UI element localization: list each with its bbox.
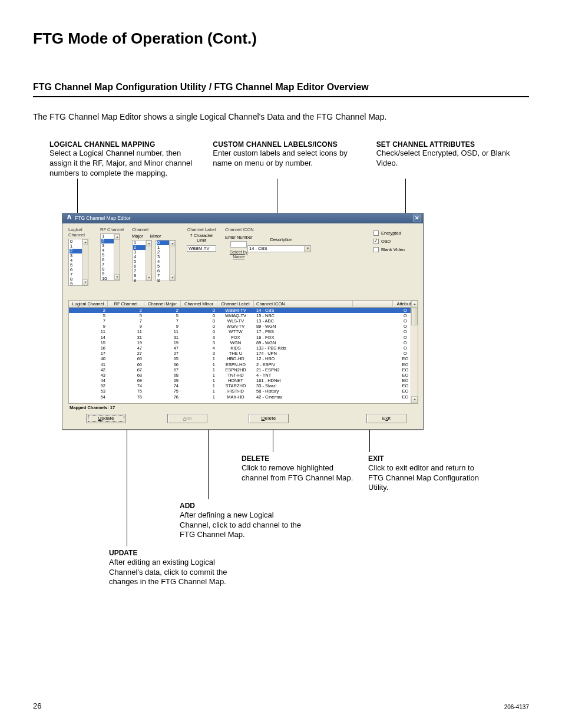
table-row[interactable]: 1431313FOX16 - FOXO [69, 335, 418, 340]
chevron-up-icon[interactable] [114, 234, 120, 240]
cell [353, 367, 393, 373]
table-row[interactable]: 4368681TNT-HD4 - TNTEO [69, 373, 418, 378]
column-header[interactable] [353, 301, 393, 308]
cell: 1 [181, 356, 217, 361]
table-row[interactable]: 5476761MAX-HD42 - CinemaxEO [69, 394, 418, 400]
cell: 33 - Starz! [254, 383, 353, 388]
osd-checkbox[interactable] [373, 239, 379, 244]
encrypted-checkbox[interactable] [373, 230, 379, 236]
cell: 1 [181, 373, 217, 378]
major-list[interactable]: 123456789 [132, 240, 152, 281]
cell: WMAQ-TV [217, 313, 254, 318]
cell: 31 [144, 335, 181, 340]
cell [353, 324, 393, 329]
document-number: 206-4137 [504, 704, 529, 710]
cell: 15 - NBC [254, 313, 353, 318]
table-row[interactable]: 4065651HBO-HD12 - HBOEO [69, 356, 418, 361]
chevron-down-icon[interactable] [114, 274, 120, 280]
column-header[interactable]: Logical Channel [69, 301, 108, 308]
callout-title: LOGICAL CHANNEL MAPPING [49, 140, 202, 149]
chevron-down-icon[interactable] [146, 275, 151, 281]
cell: 47 [144, 345, 181, 351]
chevron-down-icon[interactable] [411, 396, 418, 403]
cell: 52 [69, 383, 108, 388]
cell: 5 [144, 313, 181, 318]
cell: 27 [144, 351, 181, 356]
cell [353, 356, 393, 361]
cell: 11 [144, 329, 181, 334]
table-row[interactable]: 1727273THE U174 - UPNO [69, 351, 418, 356]
chevron-down-icon[interactable] [170, 275, 175, 281]
chevron-down-icon[interactable] [82, 279, 88, 285]
cell: 5 [69, 313, 108, 318]
cell: HISTHD [217, 388, 254, 394]
table-row[interactable]: 5375751HISTHD58 - HistoryEO [69, 388, 418, 394]
cell [353, 308, 393, 313]
cell: 11 [69, 329, 108, 334]
label-channel-icon: Channel ICON [225, 227, 254, 232]
table-row[interactable]: 5274741STARZHD33 - Starz!EO [69, 383, 418, 388]
chevron-up-icon[interactable] [82, 239, 88, 245]
cell: 17 [69, 351, 108, 356]
blank-video-checkbox[interactable] [373, 247, 379, 252]
mapped-channels-count: Mapped Channels: 17 [68, 404, 418, 414]
column-header[interactable]: Channel Major [144, 301, 181, 308]
cell: 19 [108, 340, 144, 345]
scrollbar[interactable] [146, 241, 151, 281]
cell: WGN [217, 340, 254, 345]
table-row[interactable]: 4469691HDNET161 - HDNetEO [69, 378, 418, 383]
cell: 4 - TNT [254, 373, 353, 378]
callout-body: Enter custom labels and select icons by … [213, 149, 365, 169]
table-row[interactable]: 7770WLS-TV13 - ABCO [69, 318, 418, 324]
table-row[interactable]: 4166661ESPN-HD2 - ESPNEO [69, 361, 418, 367]
minor-list[interactable]: 012345678 [156, 240, 176, 281]
cell: 174 - UPN [254, 351, 353, 356]
table-row[interactable]: 1111110WTTW17 - PBSO [69, 329, 418, 334]
cell: 9 [69, 324, 108, 329]
cell [353, 388, 393, 394]
column-header[interactable]: Channel ICON [254, 301, 353, 308]
scrollbar[interactable] [114, 234, 120, 280]
scrollbar[interactable] [82, 239, 88, 285]
callout-add: ADD After defining a new Logical Channel… [180, 502, 303, 540]
table-row[interactable]: 4267671ESPN2HD21 - ESPN2EO [69, 367, 418, 373]
cell: 5 [108, 313, 144, 318]
icon-description-dropdown[interactable]: 14 - CBS [247, 245, 311, 252]
column-header[interactable]: Channel Label [217, 301, 254, 308]
callout-body: Select a Logical Channel number, then as… [49, 149, 202, 179]
exit-button[interactable]: Exit [366, 414, 406, 423]
rf-channel-list[interactable]: 12345678910 [100, 233, 120, 281]
chevron-up-icon[interactable] [411, 301, 418, 308]
close-icon[interactable]: ✕ [413, 215, 421, 222]
column-header[interactable]: Channel Minor [181, 301, 217, 308]
chevron-up-icon[interactable] [146, 241, 151, 246]
update-button[interactable]: Update [86, 414, 126, 423]
table-row[interactable]: 5550WMAQ-TV15 - NBCO [69, 313, 418, 318]
scrollbar[interactable] [169, 241, 175, 281]
channel-label-input[interactable]: WBBM-TV [187, 245, 216, 252]
table-row[interactable]: 1647474KIDS133 - PBS KidsO [69, 345, 418, 351]
scrollbar-thumb[interactable] [411, 308, 418, 325]
table-row[interactable]: 9990WGN-TV89 - WGNO [69, 324, 418, 329]
table-row[interactable]: 1519193WGN89 - WGNO [69, 340, 418, 345]
cell: 3 [181, 340, 217, 345]
icon-number-input[interactable] [230, 241, 247, 248]
cell: 68 [144, 373, 181, 378]
cell: 21 - ESPN2 [254, 367, 353, 373]
column-header[interactable]: RF Channel [108, 301, 144, 308]
cell: THE U [217, 351, 254, 356]
titlebar[interactable]: FTG Channel Map Editor ✕ [62, 213, 423, 223]
delete-button[interactable]: Delete [249, 414, 289, 423]
add-button[interactable]: Add [167, 414, 207, 423]
chevron-up-icon[interactable] [170, 241, 175, 246]
logical-channel-list[interactable]: 0123456789 [68, 239, 88, 286]
cell: TNT-HD [217, 373, 254, 378]
cell: 89 - WGN [254, 340, 353, 345]
cell: 1 [181, 378, 217, 383]
label-major: Major [132, 233, 143, 239]
callout-title: SET CHANNEL ATTRIBUTES [376, 140, 529, 149]
scrollbar[interactable] [411, 301, 418, 403]
channel-grid[interactable]: Logical ChannelRF ChannelChannel MajorCh… [68, 300, 418, 404]
chevron-down-icon[interactable] [304, 246, 310, 252]
table-row[interactable]: 2220WBBM-TV14 - CBSO [69, 308, 418, 313]
